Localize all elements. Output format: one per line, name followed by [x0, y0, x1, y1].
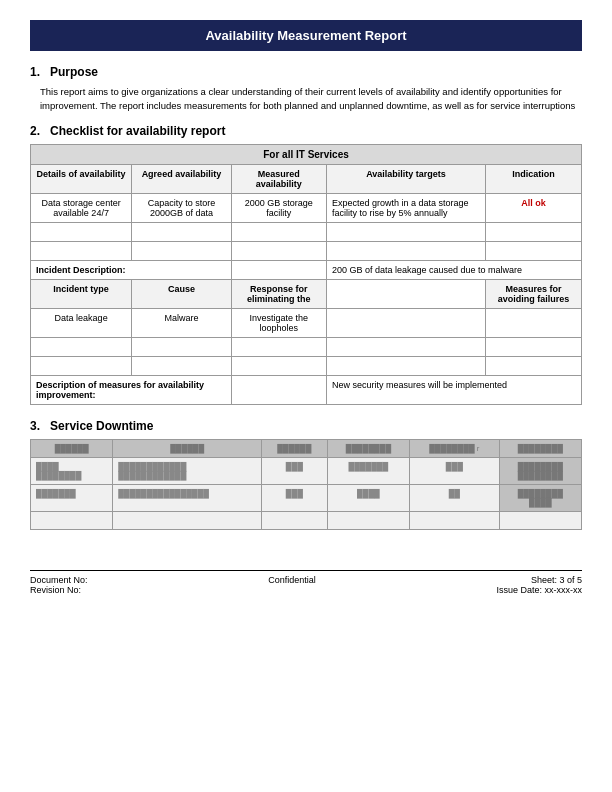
empty-row-1d — [327, 222, 486, 241]
sd-h1: ██████ — [31, 439, 113, 457]
footer-center: Confidential — [268, 575, 316, 595]
sd-h3: ██████ — [261, 439, 327, 457]
col-cause: Cause — [132, 279, 231, 308]
empty-row-2c — [231, 241, 326, 260]
empty-row-2b — [132, 241, 231, 260]
incident-empty-2d — [327, 356, 486, 375]
sd-r2c5: ██ — [410, 484, 500, 511]
sd-h6: ████████ — [499, 439, 581, 457]
incident-row-response: Investigate the loopholes — [231, 308, 326, 337]
checklist-table: For all IT Services Details of availabil… — [30, 144, 582, 405]
sd-r2c2: ████████████████ — [113, 484, 262, 511]
empty-row-2d — [327, 241, 486, 260]
sd-r1c1: ████████████ — [31, 457, 113, 484]
sd-r2c6: ████████████ — [499, 484, 581, 511]
incident-row-cause: Malware — [132, 308, 231, 337]
sd-r1c2: ████████████████████████ — [113, 457, 262, 484]
incident-row-measures — [485, 308, 581, 337]
sd-r3c2 — [113, 511, 262, 529]
sd-r2c3: ███ — [261, 484, 327, 511]
desc-measures-empty — [231, 375, 326, 404]
incident-empty-2b — [132, 356, 231, 375]
col-measured: Measured availability — [231, 164, 326, 193]
sd-r2c4: ████ — [327, 484, 409, 511]
col-response-empty — [327, 279, 486, 308]
row1-agreed: Capacity to store 2000GB of data — [132, 193, 231, 222]
sd-r3c5 — [410, 511, 500, 529]
incident-empty-2c — [231, 356, 326, 375]
incident-desc-value: 200 GB of data leakage caused due to mal… — [327, 260, 582, 279]
empty-row-1e — [485, 222, 581, 241]
col-measures-failures: Measures for avoiding failures — [485, 279, 581, 308]
col-response: Response for eliminating the — [231, 279, 326, 308]
row1-indication: All ok — [485, 193, 581, 222]
row1-details: Data storage center available 24/7 — [31, 193, 132, 222]
sd-h4: ████████ — [327, 439, 409, 457]
sd-r3c3 — [261, 511, 327, 529]
service-downtime-table: ██████ ██████ ██████ ████████ ████████ r… — [30, 439, 582, 530]
incident-row-empty — [327, 308, 486, 337]
sd-r2c1: ███████ — [31, 484, 113, 511]
sd-r3c4 — [327, 511, 409, 529]
incident-empty-2a — [31, 356, 132, 375]
incident-desc-label: Incident Description: — [31, 260, 232, 279]
sd-r1c5: ███ — [410, 457, 500, 484]
sd-r3c1 — [31, 511, 113, 529]
incident-empty-2e — [485, 356, 581, 375]
section-3-title: 3. Service Downtime — [30, 419, 582, 433]
empty-row-2a — [31, 241, 132, 260]
sd-r3c6 — [499, 511, 581, 529]
incident-empty-1c — [231, 337, 326, 356]
sd-r1c3: ███ — [261, 457, 327, 484]
col-agreed: Agreed availability — [132, 164, 231, 193]
footer-right: Sheet: 3 of 5 Issue Date: xx-xxx-xx — [496, 575, 582, 595]
purpose-text: This report aims to give organizations a… — [40, 85, 582, 114]
sd-h2: ██████ — [113, 439, 262, 457]
col-incident-type: Incident type — [31, 279, 132, 308]
sheet-info: Sheet: 3 of 5 — [496, 575, 582, 585]
section-1-title: 1. Purpose — [30, 65, 582, 79]
issue-date: Issue Date: xx-xxx-xx — [496, 585, 582, 595]
empty-row-1a — [31, 222, 132, 241]
desc-measures-value: New security measures will be implemente… — [327, 375, 582, 404]
incident-empty-1e — [485, 337, 581, 356]
sd-h5: ████████ r — [410, 439, 500, 457]
incident-empty-1b — [132, 337, 231, 356]
incident-desc-empty — [231, 260, 326, 279]
row1-targets: Expected growth in a data storage facili… — [327, 193, 486, 222]
for-all-it-services-header: For all IT Services — [31, 144, 582, 164]
col-targets: Availability targets — [327, 164, 486, 193]
row1-measured: 2000 GB storage facility — [231, 193, 326, 222]
sd-r1c4: ███████ — [327, 457, 409, 484]
footer: Document No: Revision No: Confidential S… — [30, 570, 582, 595]
col-indication: Indication — [485, 164, 581, 193]
col-details: Details of availability — [31, 164, 132, 193]
doc-no: Document No: — [30, 575, 88, 585]
incident-row-type: Data leakage — [31, 308, 132, 337]
footer-left: Document No: Revision No: — [30, 575, 88, 595]
empty-row-2e — [485, 241, 581, 260]
revision-no: Revision No: — [30, 585, 88, 595]
incident-empty-1a — [31, 337, 132, 356]
incident-empty-1d — [327, 337, 486, 356]
sd-r1c6: ████████████████ — [499, 457, 581, 484]
section-2-title: 2. Checklist for availability report — [30, 124, 582, 138]
report-title: Availability Measurement Report — [30, 20, 582, 51]
empty-row-1c — [231, 222, 326, 241]
desc-measures-label: Description of measures for availability… — [31, 375, 232, 404]
empty-row-1b — [132, 222, 231, 241]
